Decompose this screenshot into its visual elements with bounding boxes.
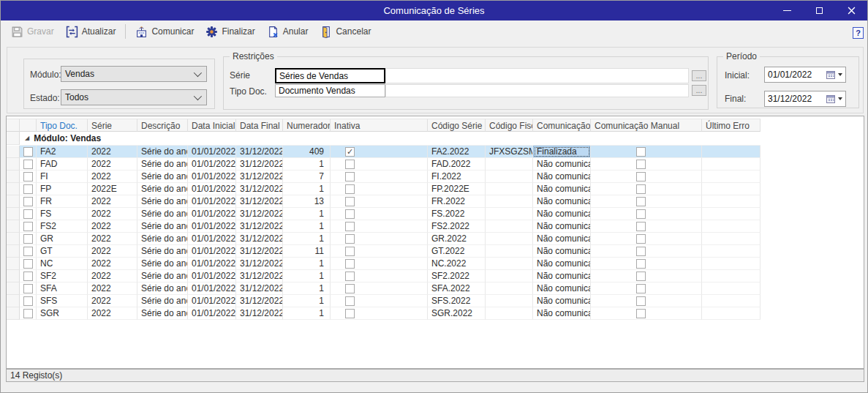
row-select-checkbox[interactable] (23, 234, 33, 244)
cell-comunicacao[interactable]: Não comunicada (533, 195, 591, 208)
cell-ultimo-erro[interactable] (702, 195, 761, 208)
cell-comunicacao[interactable]: Finalizada (533, 146, 591, 158)
inativa-checkbox[interactable] (345, 209, 355, 219)
column-header-serie[interactable]: Série (88, 119, 137, 132)
date-dropdown-icon[interactable] (838, 97, 842, 100)
inativa-checkbox[interactable] (345, 197, 355, 206)
cell-data-final[interactable]: 31/12/2022 (236, 258, 283, 270)
comunicacao-manual-checkbox[interactable] (636, 197, 646, 206)
cell-codigo-serie[interactable]: FS2.2022 (428, 220, 486, 233)
column-header-codigo-serie[interactable]: Código Série (428, 119, 486, 132)
cell-inativa[interactable] (331, 195, 428, 208)
cell-comunicacao-manual[interactable] (591, 158, 702, 171)
row-select-cell[interactable] (20, 245, 37, 258)
tipo-doc-extra-input[interactable] (385, 84, 689, 97)
cell-data-inicial[interactable]: 01/01/2022 (188, 258, 236, 270)
cell-comunicacao[interactable]: Não comunicada (533, 307, 591, 320)
cell-ultimo-erro[interactable] (702, 146, 761, 158)
column-header-inativa[interactable]: Inativa (331, 119, 428, 132)
row-indicator[interactable] (7, 295, 20, 307)
comunicacao-manual-checkbox[interactable] (636, 209, 646, 219)
cell-ultimo-erro[interactable] (702, 171, 761, 183)
cell-data-inicial[interactable]: 01/01/2022 (188, 208, 236, 220)
cell-data-inicial[interactable]: 01/01/2022 (188, 171, 236, 183)
tipo-doc-browse-button[interactable]: ... (692, 85, 706, 96)
cell-comunicacao[interactable]: Não comunicada (533, 270, 591, 282)
cell-codigo-serie[interactable]: SF2.2022 (428, 270, 486, 282)
cell-descricao[interactable]: Série do ano ... (137, 195, 188, 208)
comunicacao-manual-checkbox[interactable] (636, 222, 646, 231)
cell-comunicacao[interactable]: Não comunicada (533, 208, 591, 220)
cell-comunicacao-manual[interactable] (591, 233, 702, 245)
cell-codigo-serie[interactable]: FI.2022 (428, 171, 486, 183)
cell-comunicacao[interactable]: Não comunicada (533, 245, 591, 258)
cell-descricao[interactable]: Série do ano ... (137, 220, 188, 233)
cell-codigo-serie[interactable]: FA2.2022 (428, 146, 486, 158)
row-select-checkbox[interactable] (23, 272, 33, 281)
row-select-cell[interactable] (20, 171, 37, 183)
table-row[interactable]: NC2022Série do ano ...01/01/202231/12/20… (7, 258, 761, 270)
cell-inativa[interactable] (331, 208, 428, 220)
cell-codigo-serie[interactable]: SFA.2022 (428, 282, 486, 295)
inativa-checkbox[interactable] (345, 272, 355, 281)
cell-tipo-doc[interactable]: FS (37, 208, 88, 220)
cell-codigo-fiscal[interactable] (486, 295, 533, 307)
cell-serie[interactable]: 2022 (88, 233, 137, 245)
cell-inativa[interactable] (331, 307, 428, 320)
save-button[interactable]: Gravar (5, 23, 60, 40)
column-header-comunicacao[interactable]: Comunicação (533, 119, 591, 132)
row-select-checkbox[interactable] (23, 147, 33, 157)
row-select-checkbox[interactable] (23, 296, 33, 306)
finalize-button[interactable]: Finalizar (200, 23, 260, 40)
cell-data-inicial[interactable]: 01/01/2022 (188, 195, 236, 208)
inativa-checkbox[interactable] (345, 309, 355, 318)
cell-codigo-serie[interactable]: SFS.2022 (428, 295, 486, 307)
cell-codigo-fiscal[interactable] (486, 220, 533, 233)
row-indicator[interactable] (7, 307, 20, 320)
minimize-button[interactable] (771, 1, 803, 20)
cell-serie[interactable]: 2022 (88, 282, 137, 295)
cell-tipo-doc[interactable]: SFS (37, 295, 88, 307)
row-indicator[interactable] (7, 195, 20, 208)
estado-select[interactable]: Todos (61, 89, 207, 105)
cell-descricao[interactable]: Série do ano ... (137, 295, 188, 307)
cell-tipo-doc[interactable]: SGR (37, 307, 88, 320)
row-indicator[interactable] (7, 270, 20, 282)
row-indicator[interactable] (7, 208, 20, 220)
cell-codigo-serie[interactable]: FP.2022E (428, 183, 486, 195)
row-indicator[interactable] (7, 258, 20, 270)
table-row[interactable]: GT2022Série do ano ...01/01/202231/12/20… (7, 245, 761, 258)
cell-serie[interactable]: 2022 (88, 146, 137, 158)
comunicacao-manual-checkbox[interactable] (636, 160, 646, 169)
column-header-descricao[interactable]: Descrição (137, 119, 188, 132)
cell-codigo-fiscal[interactable] (486, 270, 533, 282)
row-indicator[interactable] (7, 183, 20, 195)
row-select-cell[interactable] (20, 195, 37, 208)
cell-tipo-doc[interactable]: FI (37, 171, 88, 183)
row-indicator[interactable] (7, 146, 20, 158)
cell-data-final[interactable]: 31/12/2022 (236, 233, 283, 245)
titlebar[interactable]: Comunicação de Séries (1, 1, 867, 20)
annul-button[interactable]: Anular (261, 23, 314, 40)
cell-data-inicial[interactable]: 01/01/2022 (188, 233, 236, 245)
row-select-cell[interactable] (20, 307, 37, 320)
cell-ultimo-erro[interactable] (702, 295, 761, 307)
cell-inativa[interactable] (331, 295, 428, 307)
cell-inativa[interactable] (331, 245, 428, 258)
inativa-checkbox[interactable] (345, 147, 355, 157)
final-date-input[interactable]: 31/12/2022 (764, 91, 846, 107)
cell-ultimo-erro[interactable] (702, 245, 761, 258)
cell-inativa[interactable] (331, 171, 428, 183)
cell-numerador[interactable]: 409 (283, 146, 331, 158)
cell-serie[interactable]: 2022 (88, 158, 137, 171)
cell-comunicacao[interactable]: Não comunicada (533, 220, 591, 233)
cell-tipo-doc[interactable]: SFA (37, 282, 88, 295)
row-select-cell[interactable] (20, 233, 37, 245)
cell-tipo-doc[interactable]: FR (37, 195, 88, 208)
cell-data-inicial[interactable]: 01/01/2022 (188, 146, 236, 158)
comunicacao-manual-checkbox[interactable] (636, 234, 646, 244)
cell-data-inicial[interactable]: 01/01/2022 (188, 183, 236, 195)
cell-serie[interactable]: 2022E (88, 183, 137, 195)
cell-ultimo-erro[interactable] (702, 258, 761, 270)
cell-data-final[interactable]: 31/12/2022 (236, 171, 283, 183)
